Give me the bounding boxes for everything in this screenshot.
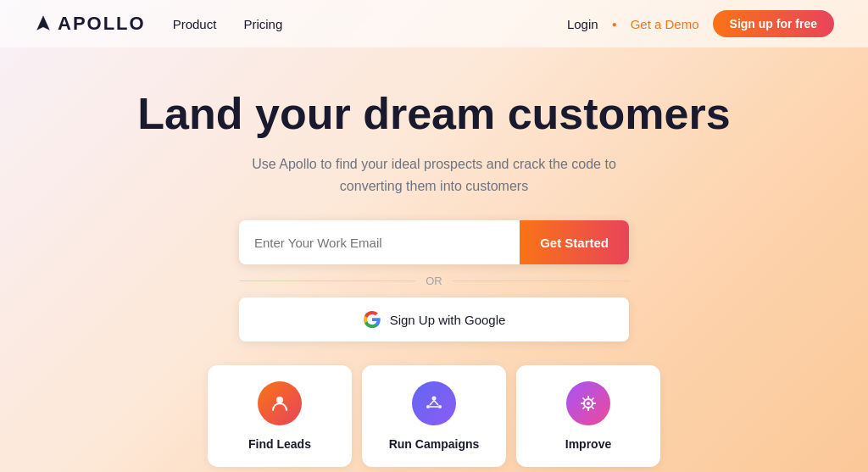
google-signup-label: Sign Up with Google xyxy=(390,313,506,327)
find-leads-label: Find Leads xyxy=(248,437,311,451)
nav-product-link[interactable]: Product xyxy=(173,17,217,31)
or-line-left xyxy=(239,280,415,281)
run-campaigns-icon xyxy=(412,381,456,425)
navbar: APOLLO Product Pricing Login ● Get a Dem… xyxy=(0,0,868,47)
navbar-left: APOLLO Product Pricing xyxy=(34,13,282,35)
hero-section: Land your dream customers Use Apollo to … xyxy=(0,47,868,467)
nav-separator: ● xyxy=(612,19,617,29)
svg-marker-0 xyxy=(37,16,50,31)
hero-subtitle: Use Apollo to find your ideal prospects … xyxy=(248,153,620,197)
svg-line-18 xyxy=(592,398,593,400)
google-signup-button[interactable]: Sign Up with Google xyxy=(239,297,629,342)
or-divider: OR xyxy=(239,275,629,287)
feature-card-improve[interactable]: Improve xyxy=(516,365,660,467)
feature-card-find-leads[interactable]: Find Leads xyxy=(208,365,352,467)
logo-text: APOLLO xyxy=(58,13,146,35)
nav-pricing-link[interactable]: Pricing xyxy=(243,17,282,31)
logo: APOLLO xyxy=(34,13,146,35)
run-campaigns-label: Run Campaigns xyxy=(389,437,480,451)
svg-point-3 xyxy=(279,403,281,405)
or-line-right xyxy=(453,280,629,281)
improve-icon xyxy=(566,381,610,425)
get-started-button[interactable]: Get Started xyxy=(520,220,629,264)
navbar-right: Login ● Get a Demo Sign up for free xyxy=(567,10,834,37)
svg-point-5 xyxy=(426,405,430,408)
nav-signup-button[interactable]: Sign up for free xyxy=(713,10,834,37)
feature-card-run-campaigns[interactable]: Run Campaigns xyxy=(362,365,506,467)
svg-point-11 xyxy=(587,402,590,405)
improve-label: Improve xyxy=(565,437,611,451)
svg-line-8 xyxy=(434,401,438,406)
svg-point-2 xyxy=(278,398,281,402)
apollo-logo-icon xyxy=(34,14,53,33)
svg-line-19 xyxy=(583,408,585,409)
svg-line-16 xyxy=(583,398,585,400)
svg-line-7 xyxy=(430,401,434,406)
svg-point-4 xyxy=(432,397,437,401)
email-form: Get Started xyxy=(239,220,629,264)
nav-login-link[interactable]: Login xyxy=(567,17,598,31)
find-leads-icon xyxy=(258,381,302,425)
or-text: OR xyxy=(426,275,442,287)
svg-point-6 xyxy=(438,405,442,408)
email-input[interactable] xyxy=(239,220,520,264)
hero-title: Land your dream customers xyxy=(137,90,730,138)
svg-line-17 xyxy=(592,408,593,409)
google-icon xyxy=(363,310,381,329)
feature-cards: Find Leads Run Campaigns xyxy=(38,365,830,467)
nav-demo-link[interactable]: Get a Demo xyxy=(631,17,699,31)
